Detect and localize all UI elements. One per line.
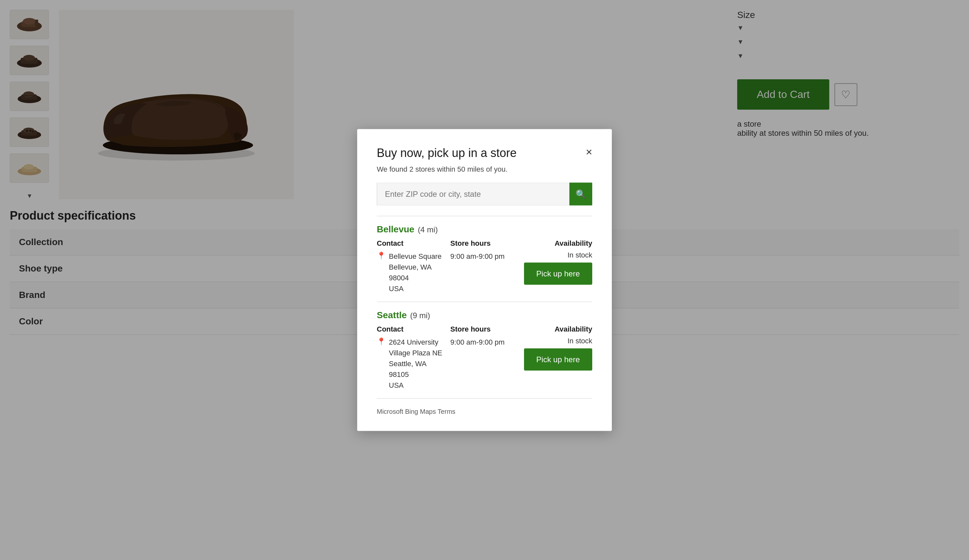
store-name-seattle: Seattle [377,310,407,320]
store-contact-seattle: Contact 📍 2624 University Village Plaza … [377,325,445,391]
store-contact-bellevue: Contact 📍 Bellevue Square Bellevue, WA 9… [377,239,445,294]
store-address-seattle: 📍 2624 University Village Plaza NE Seatt… [377,337,445,391]
store-cols-bellevue: Contact 📍 Bellevue Square Bellevue, WA 9… [377,239,592,294]
availability-header-bellevue: Availability [524,239,592,248]
divider-3 [377,399,592,399]
availability-status-seattle: In stock [524,337,592,345]
maps-terms: Microsoft Bing Maps Terms [377,408,592,415]
hours-text-bellevue: 9:00 am-9:00 pm [450,251,518,262]
maps-terms-link[interactable]: Microsoft Bing Maps Terms [377,408,455,415]
search-button[interactable]: 🔍 [569,183,592,206]
availability-status-bellevue: In stock [524,251,592,259]
store-address-bellevue: 📍 Bellevue Square Bellevue, WA 98004 USA [377,251,445,294]
store-hours-seattle: Store hours 9:00 am-9:00 pm [450,325,518,347]
store-distance-seattle: (9 mi) [410,311,430,320]
pickup-button-seattle[interactable]: Pick up here [524,349,592,371]
address-text-seattle: 2624 University Village Plaza NE Seattle… [389,337,445,391]
zip-search-input[interactable] [377,183,569,206]
modal-close-button[interactable]: × [586,146,592,157]
contact-header-seattle: Contact [377,325,445,334]
search-icon: 🔍 [576,189,586,199]
store-name-row-seattle: Seattle (9 mi) [377,310,592,321]
store-hours-bellevue: Store hours 9:00 am-9:00 pm [450,239,518,262]
store-entry-seattle: Seattle (9 mi) Contact 📍 2624 University… [377,310,592,391]
store-availability-bellevue: Availability In stock Pick up here [524,239,592,285]
location-pin-icon-bellevue: 📍 [377,252,386,260]
store-name-row-bellevue: Bellevue (4 mi) [377,224,592,234]
address-text-bellevue: Bellevue Square Bellevue, WA 98004 USA [389,251,445,294]
hours-header-bellevue: Store hours [450,239,518,248]
store-cols-seattle: Contact 📍 2624 University Village Plaza … [377,325,592,391]
pickup-button-bellevue[interactable]: Pick up here [524,263,592,285]
modal-title: Buy now, pick up in a store [377,146,516,160]
hours-header-seattle: Store hours [450,325,518,334]
modal-subtitle: We found 2 stores within 50 miles of you… [377,165,592,174]
store-distance-bellevue: (4 mi) [418,225,438,234]
store-entry-bellevue: Bellevue (4 mi) Contact 📍 Bellevue Squar… [377,224,592,294]
store-pickup-modal: Buy now, pick up in a store × We found 2… [357,129,612,431]
contact-header-bellevue: Contact [377,239,445,248]
location-search-row: 🔍 [377,183,592,206]
divider-2 [377,302,592,302]
location-pin-icon-seattle: 📍 [377,337,386,346]
store-name-bellevue: Bellevue [377,224,414,234]
modal-header: Buy now, pick up in a store × [377,146,592,160]
store-availability-seattle: Availability In stock Pick up here [524,325,592,371]
hours-text-seattle: 9:00 am-9:00 pm [450,337,518,347]
availability-header-seattle: Availability [524,325,592,334]
divider-1 [377,216,592,216]
